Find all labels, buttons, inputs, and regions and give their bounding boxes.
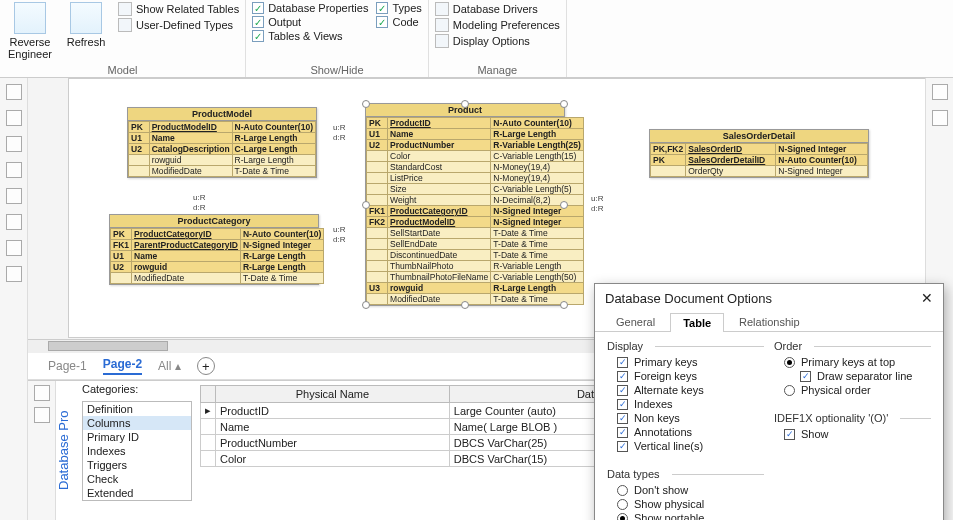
category-item[interactable]: Definition <box>83 402 191 416</box>
tab-general[interactable]: General <box>603 312 668 331</box>
rail-expand-icon[interactable] <box>932 84 948 100</box>
radio-icon <box>617 485 628 496</box>
check-non-keys[interactable]: Non keys <box>617 412 764 424</box>
left-tool-rail <box>0 78 28 520</box>
checkbox-icon <box>617 357 628 368</box>
panel-close-icon[interactable] <box>34 407 50 423</box>
resize-handle[interactable] <box>461 301 469 309</box>
tab-all[interactable]: All ▴ <box>158 359 181 373</box>
check-foreign-keys[interactable]: Foreign keys <box>617 370 764 382</box>
relation-label: u:R <box>193 193 205 202</box>
dialog-tabs: General Table Relationship <box>595 312 943 332</box>
check-annotations[interactable]: Annotations <box>617 426 764 438</box>
resize-handle[interactable] <box>560 201 568 209</box>
radio-icon <box>617 499 628 510</box>
radio-show-portable[interactable]: Show portable <box>617 512 764 520</box>
display-options-button[interactable]: Display Options <box>435 34 560 48</box>
toggle-types[interactable]: ✓Types <box>376 2 421 14</box>
category-item[interactable]: Columns <box>83 416 191 430</box>
entity-title: ProductModel <box>128 108 316 121</box>
radio-pk-top[interactable]: Primary keys at top <box>784 356 931 368</box>
toggle-code[interactable]: ✓Code <box>376 16 421 28</box>
checkbox-icon <box>784 429 795 440</box>
reverse-engineer-button[interactable]: Reverse Engineer <box>6 2 54 60</box>
check-alternate-keys[interactable]: Alternate keys <box>617 384 764 396</box>
ribbon-group-manage: Database Drivers Modeling Preferences Di… <box>429 0 567 77</box>
resize-handle[interactable] <box>560 301 568 309</box>
tab-relationship[interactable]: Relationship <box>726 312 813 331</box>
entity-columns: PKProductModelIDN-Auto Counter(10)U1Name… <box>128 121 316 177</box>
resize-handle[interactable] <box>461 100 469 108</box>
tab-page1[interactable]: Page-1 <box>48 359 87 373</box>
relation-label: d:R <box>333 235 345 244</box>
rail-shapes-icon[interactable] <box>6 84 22 100</box>
entity-salesorderdetail[interactable]: SalesOrderDetail PK,FK2SalesOrderIDN-Sig… <box>649 129 869 178</box>
tab-page2[interactable]: Page-2 <box>103 357 142 375</box>
rail-connector-icon[interactable] <box>6 162 22 178</box>
refresh-button[interactable]: Refresh <box>62 2 110 60</box>
panel-pin-icon[interactable] <box>34 385 50 401</box>
entity-product[interactable]: Product PKProductIDN-Auto Counter(10)U1N… <box>365 103 565 306</box>
toggle-db-properties[interactable]: ✓Database Properties <box>252 2 368 14</box>
database-drivers-button[interactable]: Database Drivers <box>435 2 560 16</box>
ribbon-group-model: Reverse Engineer Refresh Show Related Ta… <box>0 0 246 77</box>
entity-title: SalesOrderDetail <box>650 130 868 143</box>
category-item[interactable]: Primary ID <box>83 430 191 444</box>
category-item[interactable]: Check <box>83 472 191 486</box>
rail-entity-icon[interactable] <box>6 136 22 152</box>
checkbox-icon: ✓ <box>376 2 388 14</box>
rail-view-icon[interactable] <box>6 188 22 204</box>
rail-zoom-icon[interactable] <box>6 240 22 256</box>
category-item[interactable]: Indexes <box>83 444 191 458</box>
radio-icon <box>784 357 795 368</box>
check-idef-show[interactable]: Show <box>784 428 931 440</box>
scroll-thumb[interactable] <box>48 341 168 351</box>
show-related-tables-button[interactable]: Show Related Tables <box>118 2 239 16</box>
radio-dont-show[interactable]: Don't show <box>617 484 764 496</box>
panel-title: Database Pro <box>56 381 78 520</box>
related-tables-icon <box>118 2 132 16</box>
group-title-showhide: Show/Hide <box>252 60 422 76</box>
resize-handle[interactable] <box>362 301 370 309</box>
checkbox-icon <box>617 371 628 382</box>
relation-label: u:R <box>333 225 345 234</box>
radio-show-physical[interactable]: Show physical <box>617 498 764 510</box>
category-item[interactable]: Extended <box>83 486 191 500</box>
entity-productmodel[interactable]: ProductModel PKProductModelIDN-Auto Coun… <box>127 107 317 178</box>
radio-icon <box>617 513 628 521</box>
close-button[interactable]: ✕ <box>921 290 933 306</box>
check-separator[interactable]: Draw separator line <box>800 370 931 382</box>
entity-columns: PK,FK2SalesOrderIDN-Signed IntegerPKSale… <box>650 143 868 177</box>
drivers-icon <box>435 2 449 16</box>
checkbox-icon: ✓ <box>252 30 264 42</box>
checkbox-icon <box>617 413 628 424</box>
relation-label: u:R <box>333 123 345 132</box>
entity-title: ProductCategory <box>110 215 318 228</box>
resize-handle[interactable] <box>362 201 370 209</box>
toggle-tables-views[interactable]: ✓Tables & Views <box>252 30 368 42</box>
resize-handle[interactable] <box>560 100 568 108</box>
modeling-preferences-button[interactable]: Modeling Preferences <box>435 18 560 32</box>
resize-handle[interactable] <box>362 100 370 108</box>
radio-physical-order[interactable]: Physical order <box>784 384 931 396</box>
rail-hand-icon[interactable] <box>6 266 22 282</box>
toggle-output[interactable]: ✓Output <box>252 16 368 28</box>
fieldset-idef1x: IDEF1X optionality '(O)' Show <box>774 412 931 450</box>
rail-note-icon[interactable] <box>6 214 22 230</box>
check-indexes[interactable]: Indexes <box>617 398 764 410</box>
rail-properties-icon[interactable] <box>932 110 948 126</box>
entity-columns: PKProductIDN-Auto Counter(10)U1NameR-Lar… <box>366 117 584 305</box>
check-vertical-line-s-[interactable]: Vertical line(s) <box>617 440 764 452</box>
checkbox-icon <box>617 385 628 396</box>
user-types-icon <box>118 18 132 32</box>
add-page-button[interactable]: + <box>197 357 215 375</box>
category-item[interactable]: Triggers <box>83 458 191 472</box>
user-defined-types-button[interactable]: User-Defined Types <box>118 18 239 32</box>
categories-label: Categories: <box>78 381 196 397</box>
entity-productcategory[interactable]: ProductCategory PKProductCategoryIDN-Aut… <box>109 214 319 285</box>
check-primary-keys[interactable]: Primary keys <box>617 356 764 368</box>
rail-layers-icon[interactable] <box>6 110 22 126</box>
refresh-icon <box>70 2 102 34</box>
tab-table[interactable]: Table <box>670 313 724 332</box>
legend-idef1x: IDEF1X optionality '(O)' <box>774 412 931 424</box>
